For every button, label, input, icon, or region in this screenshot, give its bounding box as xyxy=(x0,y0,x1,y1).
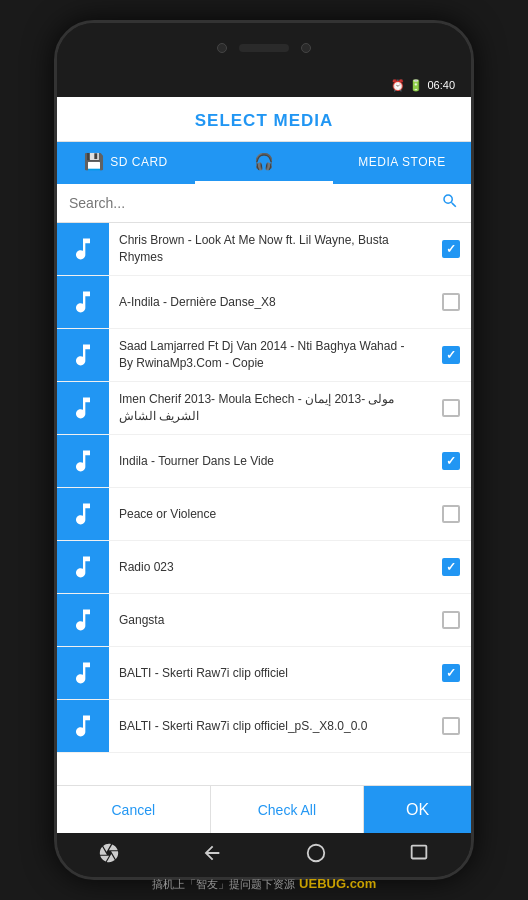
sdcard-icon: 💾 xyxy=(84,152,104,171)
watermark-text: 搞机上「智友」提问题下资源 xyxy=(152,878,295,890)
camera xyxy=(217,43,227,53)
item-thumbnail xyxy=(57,700,109,752)
item-checkbox[interactable] xyxy=(442,240,460,258)
item-checkbox[interactable] xyxy=(442,293,460,311)
item-thumbnail xyxy=(57,276,109,328)
item-title: BALTI - Skerti Raw7i clip officiel_pS._X… xyxy=(109,710,431,743)
list-item[interactable]: Saad Lamjarred Ft Dj Van 2014 - Nti Bagh… xyxy=(57,329,471,382)
bottom-nav xyxy=(57,833,471,877)
search-input[interactable] xyxy=(69,195,441,211)
item-checkbox-wrap[interactable] xyxy=(431,505,471,523)
media-list[interactable]: Chris Brown - Look At Me Now ft. Lil Way… xyxy=(57,223,471,785)
search-bar xyxy=(57,184,471,223)
headphones-icon: 🎧 xyxy=(254,152,274,171)
item-checkbox[interactable] xyxy=(442,346,460,364)
list-item[interactable]: BALTI - Skerti Raw7i clip officiel_pS._X… xyxy=(57,700,471,753)
home-nav-icon[interactable] xyxy=(305,842,327,869)
watermark-area: 搞机上「智友」提问题下资源 UEBUG.com xyxy=(0,874,528,892)
item-thumbnail xyxy=(57,329,109,381)
item-title: Radio 023 xyxy=(109,551,431,584)
item-title: Gangsta xyxy=(109,604,431,637)
search-icon xyxy=(441,192,459,214)
recents-nav-icon[interactable] xyxy=(408,842,430,869)
item-checkbox-wrap[interactable] xyxy=(431,611,471,629)
item-checkbox[interactable] xyxy=(442,717,460,735)
item-checkbox-wrap[interactable] xyxy=(431,399,471,417)
item-title: Indila - Tourner Dans Le Vide xyxy=(109,445,431,478)
dialog-actions: Cancel Check All OK xyxy=(57,785,471,833)
item-checkbox-wrap[interactable] xyxy=(431,558,471,576)
item-checkbox[interactable] xyxy=(442,399,460,417)
watermark-logo: UEBUG.com xyxy=(299,876,376,891)
item-thumbnail xyxy=(57,435,109,487)
phone-top xyxy=(57,23,471,73)
list-item[interactable]: Chris Brown - Look At Me Now ft. Lil Way… xyxy=(57,223,471,276)
item-thumbnail xyxy=(57,594,109,646)
tab-mediastore-label: MEDIA STORE xyxy=(358,155,445,169)
phone-frame: ⏰ 🔋 06:40 SELECT MEDIA 💾 SD CARD 🎧 xyxy=(54,20,474,880)
check-all-button[interactable]: Check All xyxy=(211,786,365,833)
tab-mediastore[interactable]: MEDIA STORE xyxy=(333,142,471,184)
item-checkbox[interactable] xyxy=(442,558,460,576)
dialog: SELECT MEDIA 💾 SD CARD 🎧 MEDIA STORE xyxy=(57,97,471,833)
item-checkbox[interactable] xyxy=(442,452,460,470)
item-title: A-Indila - Dernière Danse_X8 xyxy=(109,286,431,319)
camera-right xyxy=(301,43,311,53)
item-title: Saad Lamjarred Ft Dj Van 2014 - Nti Bagh… xyxy=(109,330,431,380)
list-item[interactable]: Radio 023 xyxy=(57,541,471,594)
item-title: Chris Brown - Look At Me Now ft. Lil Way… xyxy=(109,224,431,274)
item-thumbnail xyxy=(57,647,109,699)
item-checkbox[interactable] xyxy=(442,505,460,523)
back-nav-icon[interactable] xyxy=(201,842,223,869)
item-checkbox[interactable] xyxy=(442,664,460,682)
item-checkbox-wrap[interactable] xyxy=(431,293,471,311)
item-title: BALTI - Skerti Raw7i clip officiel xyxy=(109,657,431,690)
dialog-title-text: SELECT MEDIA xyxy=(195,111,334,130)
status-icons: ⏰ 🔋 06:40 xyxy=(391,79,455,92)
list-item[interactable]: Imen Cherif 2013- Moula Echech - مولى -2… xyxy=(57,382,471,435)
cancel-button[interactable]: Cancel xyxy=(57,786,211,833)
status-bar: ⏰ 🔋 06:40 xyxy=(57,73,471,97)
list-item[interactable]: A-Indila - Dernière Danse_X8 xyxy=(57,276,471,329)
item-checkbox-wrap[interactable] xyxy=(431,452,471,470)
item-thumbnail xyxy=(57,488,109,540)
item-checkbox-wrap[interactable] xyxy=(431,717,471,735)
time-display: 06:40 xyxy=(427,79,455,91)
list-item[interactable]: Peace or Violence xyxy=(57,488,471,541)
item-checkbox-wrap[interactable] xyxy=(431,664,471,682)
dialog-title-bar: SELECT MEDIA xyxy=(57,97,471,142)
item-thumbnail xyxy=(57,382,109,434)
tab-sdcard-label: SD CARD xyxy=(110,155,168,169)
svg-point-0 xyxy=(308,844,325,861)
item-thumbnail xyxy=(57,223,109,275)
tab-sdcard[interactable]: 💾 SD CARD xyxy=(57,142,195,184)
alarm-icon: ⏰ xyxy=(391,79,405,92)
tab-headphones[interactable]: 🎧 xyxy=(195,142,333,184)
item-title: Peace or Violence xyxy=(109,498,431,531)
list-item[interactable]: BALTI - Skerti Raw7i clip officiel xyxy=(57,647,471,700)
tabs-container: 💾 SD CARD 🎧 MEDIA STORE xyxy=(57,142,471,184)
item-checkbox[interactable] xyxy=(442,611,460,629)
speaker xyxy=(239,44,289,52)
item-title: Imen Cherif 2013- Moula Echech - مولى -2… xyxy=(109,383,431,433)
ok-button[interactable]: OK xyxy=(364,786,471,833)
item-checkbox-wrap[interactable] xyxy=(431,346,471,364)
list-item[interactable]: Gangsta xyxy=(57,594,471,647)
item-checkbox-wrap[interactable] xyxy=(431,240,471,258)
camera-nav-icon[interactable] xyxy=(98,842,120,869)
battery-icon: 🔋 xyxy=(409,79,423,92)
svg-rect-1 xyxy=(412,845,427,858)
item-thumbnail xyxy=(57,541,109,593)
list-item[interactable]: Indila - Tourner Dans Le Vide xyxy=(57,435,471,488)
screen: SELECT MEDIA 💾 SD CARD 🎧 MEDIA STORE xyxy=(57,97,471,833)
